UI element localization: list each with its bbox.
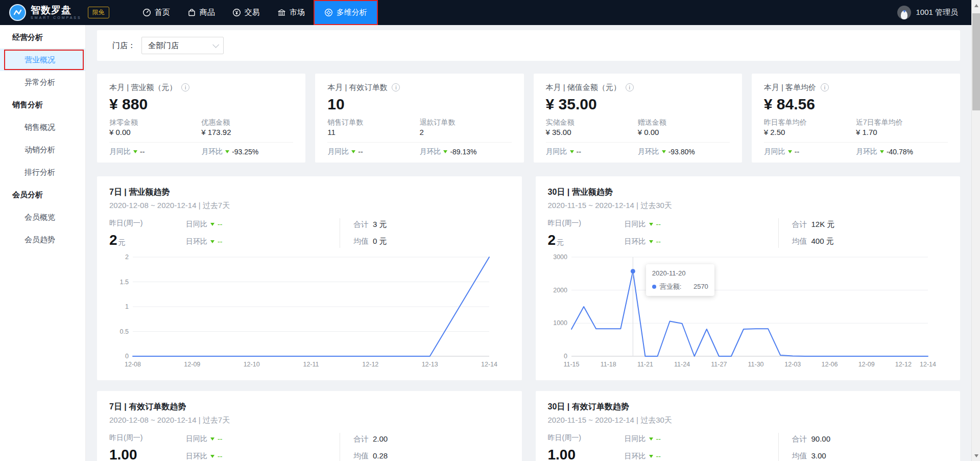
caret-down-icon[interactable] xyxy=(225,150,229,153)
svg-text:12-14: 12-14 xyxy=(481,361,497,368)
info-icon[interactable]: i xyxy=(821,83,829,91)
scroll-down-button[interactable] xyxy=(972,451,980,460)
kpi-card-avg-ticket: 本月 | 客单均价i ¥ 84.56 昨日客单均价¥ 2.50 近7日客单均价¥… xyxy=(752,74,960,163)
kpi-title: 本月 | 储值金额（元） xyxy=(546,82,621,93)
scroll-up-button[interactable] xyxy=(972,1,980,10)
chart-subtitle: 2020-11-15 ~ 2020-12-14 | 过去30天 xyxy=(548,200,948,211)
kpi-value: ¥ 880 xyxy=(109,95,293,113)
nav-item-label: 市场 xyxy=(290,8,305,17)
chart-card-revenue-30d: 30日 | 营业额趋势 2020-11-15 ~ 2020-12-14 | 过去… xyxy=(536,176,961,380)
info-icon[interactable]: i xyxy=(392,83,400,91)
svg-text:12-06: 12-06 xyxy=(821,361,838,368)
kpi-row: 本月 | 营业额（元）i ¥ 880 抹零金额¥ 0.00 优惠金额¥ 173.… xyxy=(97,74,960,163)
kpi-title: 本月 | 有效订单数 xyxy=(327,82,387,93)
store-select[interactable]: 全部门店 xyxy=(141,37,224,54)
nav-item-goods[interactable]: 商品 xyxy=(179,0,224,25)
svg-text:12-10: 12-10 xyxy=(244,361,260,368)
store-filter-bar: 门店： 全部门店 xyxy=(97,30,960,61)
chevron-down-icon xyxy=(212,41,219,48)
chart-card-orders-7d: 7日 | 有效订单数趋势 2020-12-08 ~ 2020-12-14 | 过… xyxy=(97,391,522,461)
nav-item-home[interactable]: 首页 xyxy=(134,0,179,25)
caret-down-icon[interactable] xyxy=(649,437,653,441)
free-trial-badge: 限免 xyxy=(88,7,109,18)
caret-down-icon[interactable] xyxy=(351,150,355,153)
nav-item-market[interactable]: 市场 xyxy=(269,0,314,25)
caret-down-icon[interactable] xyxy=(880,150,884,153)
svg-text:12-03: 12-03 xyxy=(784,361,801,368)
sidebar-item-anomaly-analysis[interactable]: 异常分析 xyxy=(0,71,85,94)
sidebar-item-sellthrough-analysis[interactable]: 动销分析 xyxy=(0,139,85,161)
nav-item-label: 商品 xyxy=(200,8,215,17)
svg-text:12-09: 12-09 xyxy=(184,361,200,368)
chart-subtitle: 2020-12-08 ~ 2020-12-14 | 过去7天 xyxy=(109,414,510,426)
svg-text:1: 1 xyxy=(125,303,129,310)
kpi-value: ¥ 84.56 xyxy=(764,95,948,113)
caret-down-icon[interactable] xyxy=(662,150,666,153)
svg-text:12-12: 12-12 xyxy=(895,361,911,368)
info-icon[interactable]: i xyxy=(626,83,634,91)
nav-item-trade[interactable]: 交易 xyxy=(224,0,269,25)
vertical-scrollbar[interactable] xyxy=(971,0,980,461)
caret-down-icon[interactable] xyxy=(210,240,214,243)
yesterday-value: 2 xyxy=(109,233,117,248)
compass-logo-icon xyxy=(9,4,26,21)
chart-subtitle: 2020-12-08 ~ 2020-12-14 | 过去7天 xyxy=(109,200,510,211)
svg-text:0: 0 xyxy=(564,353,567,360)
caret-down-icon[interactable] xyxy=(210,437,214,441)
tooltip-series-label: 营业额: xyxy=(660,282,682,291)
caret-down-icon[interactable] xyxy=(443,150,447,153)
svg-text:11-24: 11-24 xyxy=(674,361,690,368)
main-nav: 首页 商品 交易 市场 多维分析 xyxy=(134,0,378,25)
brand-logo[interactable]: 智数罗盘 SMART COMPASS xyxy=(9,4,82,21)
sidebar-item-sales-overview[interactable]: 销售概况 xyxy=(0,116,85,139)
svg-text:0.5: 0.5 xyxy=(120,328,129,335)
sidebar-item-business-overview[interactable]: 营业概况 xyxy=(0,49,85,71)
svg-text:11-27: 11-27 xyxy=(711,361,727,368)
main-content: 门店： 全部门店 本月 | 营业额（元）i ¥ 880 抹零金额¥ 0.00 优… xyxy=(86,25,971,461)
svg-text:11-30: 11-30 xyxy=(748,361,763,368)
brand-subtitle: SMART COMPASS xyxy=(31,15,82,20)
chart-title: 7日 | 营业额趋势 xyxy=(109,187,510,198)
nav-item-multi-analysis[interactable]: 多维分析 xyxy=(314,0,378,25)
line-chart-revenue-30d[interactable]: 2020-11-20 营业额: 2570 010002000300011-151… xyxy=(548,252,948,371)
svg-text:12-13: 12-13 xyxy=(422,361,438,368)
scroll-down-icon xyxy=(974,454,978,457)
svg-text:12-14: 12-14 xyxy=(920,361,936,368)
svg-text:1000: 1000 xyxy=(553,319,567,327)
chart-tooltip: 2020-11-20 营业额: 2570 xyxy=(646,264,714,296)
kpi-title: 本月 | 客单均价 xyxy=(764,82,816,93)
caret-down-icon[interactable] xyxy=(210,223,214,226)
svg-text:12-11: 12-11 xyxy=(303,361,319,368)
kpi-value: 10 xyxy=(327,95,511,113)
sidebar-item-ranking-analysis[interactable]: 排行分析 xyxy=(0,161,85,183)
chart-title: 30日 | 营业额趋势 xyxy=(548,187,948,198)
caret-down-icon[interactable] xyxy=(570,150,574,153)
line-chart-revenue-7d[interactable]: 00.511.5212-0812-0912-1012-1112-1212-131… xyxy=(109,252,510,371)
brand-title: 智数罗盘 xyxy=(31,5,82,15)
sidebar-group-business: 经营分析 xyxy=(0,26,85,49)
user-menu[interactable]: 1001 管理员 xyxy=(897,0,958,25)
caret-down-icon[interactable] xyxy=(788,150,792,153)
svg-text:12-09: 12-09 xyxy=(858,361,874,368)
info-icon[interactable]: i xyxy=(181,83,189,91)
yesterday-value: 1.00 xyxy=(109,447,137,461)
caret-down-icon[interactable] xyxy=(133,150,137,153)
scrollbar-thumb[interactable] xyxy=(972,13,980,110)
svg-text:2: 2 xyxy=(125,253,129,261)
sidebar-item-member-overview[interactable]: 会员概览 xyxy=(0,206,85,228)
sidebar-group-sales: 销售分析 xyxy=(0,94,85,116)
caret-down-icon[interactable] xyxy=(210,455,214,458)
sidebar-item-member-trend[interactable]: 会员趋势 xyxy=(0,228,85,251)
svg-text:2000: 2000 xyxy=(553,287,567,294)
market-bank-icon xyxy=(277,8,286,17)
svg-text:11-15: 11-15 xyxy=(563,361,579,368)
sidebar-group-members: 会员分析 xyxy=(0,183,85,206)
analysis-compass-icon xyxy=(324,8,333,17)
caret-down-icon[interactable] xyxy=(649,455,653,458)
chart-title: 30日 | 有效订单数趋势 xyxy=(548,401,948,412)
caret-down-icon[interactable] xyxy=(649,223,653,226)
sidebar: 经营分析 营业概况 异常分析 销售分析 销售概况 动销分析 排行分析 会员分析 … xyxy=(0,25,86,461)
caret-down-icon[interactable] xyxy=(649,240,653,243)
top-navbar: 智数罗盘 SMART COMPASS 限免 首页 商品 交易 市场 多维分析 1… xyxy=(0,0,971,25)
user-name: 1001 管理员 xyxy=(916,8,958,17)
